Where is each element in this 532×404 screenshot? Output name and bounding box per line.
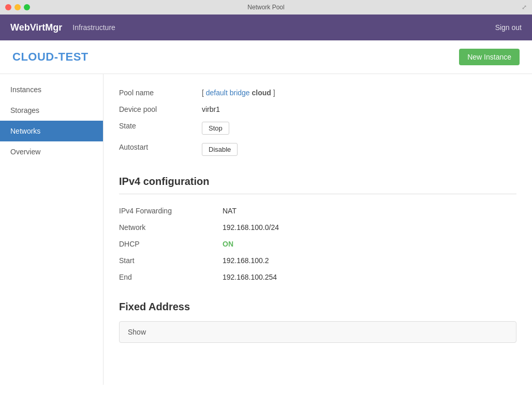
start-value: 192.168.100.2 [223,256,269,265]
pool-name-value: [ default bridge cloud ] [202,89,275,97]
network-label: Network [119,223,223,232]
new-instance-button[interactable]: New Instance [459,49,520,65]
ipv4-divider [119,194,516,194]
sidebar-item-storages[interactable]: Storages [0,100,103,121]
network-row: Network 192.168.100.0/24 [119,219,516,236]
dhcp-row: DHCP ON [119,236,516,252]
sidebar-item-instances[interactable]: Instances [0,79,103,100]
pool-info-table: Pool name [ default bridge cloud ] Devic… [119,84,516,160]
end-label: End [119,273,223,281]
pool-link-bridge[interactable]: bridge [230,89,250,97]
signout-button[interactable]: Sign out [495,23,522,32]
page: CLOUD-TEST New Instance Instances Storag… [0,40,532,404]
network-value: 192.168.100.0/24 [223,223,279,232]
titlebar: Network Pool ⤢ [0,0,532,15]
autostart-row: Autostart Disable [119,139,516,160]
pool-name-row: Pool name [ default bridge cloud ] [119,84,516,101]
dhcp-value: ON [223,240,233,248]
ipv4-forwarding-value: NAT [223,207,237,215]
show-panel[interactable]: Show [119,321,516,343]
sidebar-item-networks[interactable]: Networks [0,121,103,141]
window-title: Network Pool [247,4,284,11]
pool-bracket-close: ] [273,89,275,97]
pool-link-default[interactable]: default [206,89,228,97]
start-label: Start [119,256,223,265]
main-content: Pool name [ default bridge cloud ] Devic… [104,74,532,385]
pool-cloud: cloud [252,89,271,97]
navbar: WebVirtMgr Infrastructure Sign out [0,15,532,40]
fixed-address-heading: Fixed Address [119,301,516,313]
show-label: Show [128,328,146,336]
maximize-button[interactable] [24,4,30,10]
end-row: End 192.168.100.254 [119,269,516,285]
sidebar: Instances Storages Networks Overview [0,74,104,385]
pool-bracket-open: [ [202,89,204,97]
content-wrapper: Instances Storages Networks Overview Poo… [0,74,532,385]
ipv4-config-table: IPv4 Forwarding NAT Network 192.168.100.… [119,203,516,285]
disable-button[interactable]: Disable [202,143,238,156]
start-row: Start 192.168.100.2 [119,252,516,269]
autostart-label: Autostart [119,143,202,156]
brand-link[interactable]: WebVirtMgr [10,22,62,33]
ipv4-heading: IPv4 configuration [119,176,516,187]
sidebar-item-overview[interactable]: Overview [0,141,103,162]
expand-icon[interactable]: ⤢ [522,4,527,11]
pool-name-label: Pool name [119,89,202,97]
autostart-value: Disable [202,143,238,156]
window-controls [5,4,30,10]
state-row: State Stop [119,118,516,139]
ipv4-forwarding-row: IPv4 Forwarding NAT [119,203,516,219]
state-value: Stop [202,122,229,135]
state-label: State [119,122,202,135]
infrastructure-link[interactable]: Infrastructure [72,23,115,32]
minimize-button[interactable] [14,4,21,10]
page-title: CLOUD-TEST [12,50,88,64]
page-header: CLOUD-TEST New Instance [0,40,532,74]
close-button[interactable] [5,4,11,10]
device-pool-row: Device pool virbr1 [119,101,516,118]
device-pool-value: virbr1 [202,105,220,113]
device-pool-label: Device pool [119,105,202,113]
end-value: 192.168.100.254 [223,273,277,281]
stop-button[interactable]: Stop [202,122,229,135]
dhcp-label: DHCP [119,240,223,248]
ipv4-forwarding-label: IPv4 Forwarding [119,207,223,215]
